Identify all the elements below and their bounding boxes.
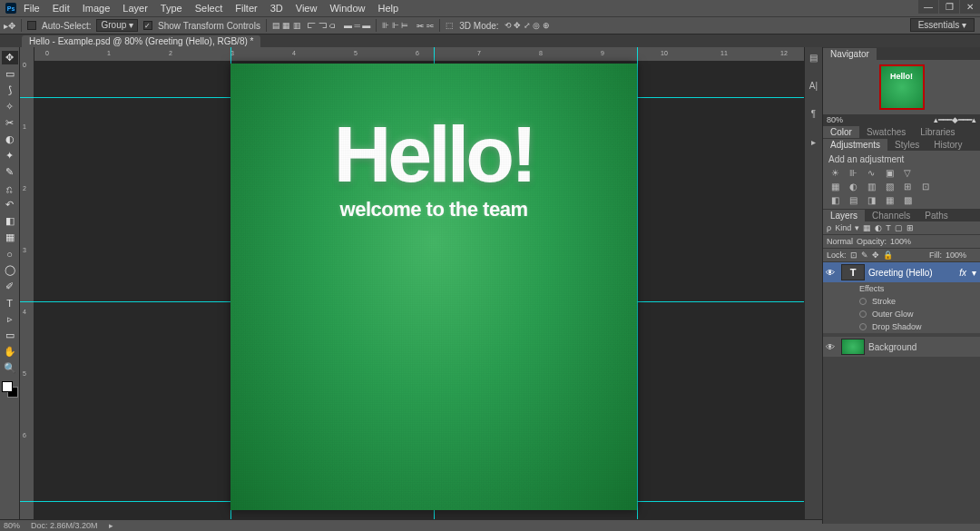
status-zoom[interactable]: 80% <box>4 521 20 530</box>
dodge-tool[interactable]: ◯ <box>2 263 18 277</box>
character-icon[interactable]: A| <box>809 81 818 91</box>
effect-drop-shadow[interactable]: Drop Shadow <box>823 320 980 333</box>
lock-transparent-icon[interactable]: ⊡ <box>850 251 858 260</box>
close-button[interactable]: ✕ <box>960 0 980 14</box>
adj-invert-icon[interactable]: ◧ <box>828 194 841 205</box>
tab-navigator[interactable]: Navigator <box>823 48 877 60</box>
tab-adjustments[interactable]: Adjustments <box>823 139 887 151</box>
adj-photo-icon[interactable]: ▧ <box>883 181 896 192</box>
crop-tool[interactable]: ✂ <box>2 116 18 130</box>
adj-vibrance-icon[interactable]: ▽ <box>901 167 914 178</box>
color-swatches[interactable] <box>2 381 18 398</box>
tab-paths[interactable]: Paths <box>917 210 956 221</box>
maximize-button[interactable]: ❐ <box>939 0 959 14</box>
workspace-switcher[interactable]: Essentials ▾ <box>910 18 975 32</box>
layer-visibility-icon[interactable]: 👁 <box>823 268 838 278</box>
wand-tool[interactable]: ✧ <box>2 100 18 113</box>
menu-3d[interactable]: 3D <box>270 3 283 14</box>
tab-history[interactable]: History <box>926 139 969 151</box>
fill-input[interactable]: 100% <box>946 251 976 260</box>
history-icon[interactable]: ▤ <box>809 53 818 63</box>
marquee-tool[interactable]: ▭ <box>2 67 18 81</box>
adj-exposure-icon[interactable]: ▣ <box>883 167 896 178</box>
adj-hue-icon[interactable]: ▦ <box>828 181 841 192</box>
tab-swatches[interactable]: Swatches <box>859 126 913 138</box>
adj-balance-icon[interactable]: ◐ <box>847 181 859 192</box>
adj-gradient-icon[interactable]: ▦ <box>883 194 896 205</box>
lock-image-icon[interactable]: ✎ <box>861 251 868 260</box>
navigator-slider[interactable]: ▴━━━◆━━━▴ <box>934 115 976 124</box>
menu-window[interactable]: Window <box>329 3 365 14</box>
fx-collapse-icon[interactable]: ▾ <box>972 268 980 278</box>
navigator-zoom[interactable]: 80% <box>827 115 843 124</box>
path-tool[interactable]: ▹ <box>2 312 18 326</box>
menu-help[interactable]: Help <box>378 3 399 14</box>
ruler-horizontal[interactable]: 0123456789101112 <box>34 47 804 62</box>
navigator-panel[interactable] <box>823 60 980 114</box>
eraser-tool[interactable]: ◧ <box>2 214 18 228</box>
lock-all-icon[interactable]: 🔒 <box>883 251 893 260</box>
3d-icon[interactable]: ⬚ <box>446 21 454 30</box>
document-tab[interactable]: Hello - Example.psd @ 80% (Greeting (Hel… <box>22 35 260 47</box>
effect-outer-glow[interactable]: Outer Glow <box>823 308 980 320</box>
status-arrow-icon[interactable]: ▸ <box>109 521 113 530</box>
menu-file[interactable]: File <box>24 3 40 14</box>
filter-smart-icon[interactable]: ⊞ <box>906 223 914 232</box>
lock-position-icon[interactable]: ✥ <box>872 251 879 260</box>
foreground-color[interactable] <box>2 381 13 392</box>
hand-tool[interactable]: ✋ <box>2 345 18 359</box>
zoom-tool[interactable]: 🔍 <box>2 361 18 375</box>
shape-tool[interactable]: ▭ <box>2 329 18 342</box>
document-canvas[interactable]: Hello! welcome to the team <box>230 64 637 510</box>
auto-select-target[interactable]: Group ▾ <box>96 19 138 32</box>
tab-color[interactable]: Color <box>823 126 859 138</box>
stamp-tool[interactable]: ⎌ <box>2 182 18 195</box>
menu-view[interactable]: View <box>296 3 318 14</box>
tab-libraries[interactable]: Libraries <box>913 126 962 138</box>
adj-levels-icon[interactable]: ⊪ <box>847 167 859 178</box>
layer-effects[interactable]: Effects <box>823 282 980 295</box>
pen-tool[interactable]: ✐ <box>2 280 18 293</box>
adj-selective-icon[interactable]: ▩ <box>901 194 914 205</box>
layer-background[interactable]: 👁 Background <box>823 337 980 357</box>
layer-visibility-icon[interactable]: 👁 <box>823 342 838 352</box>
filter-type-icon[interactable]: T <box>886 223 891 232</box>
filter-shape-icon[interactable]: ▢ <box>895 223 903 232</box>
effect-stroke[interactable]: Stroke <box>823 295 980 308</box>
tab-layers[interactable]: Layers <box>823 210 865 221</box>
adj-bw-icon[interactable]: ▥ <box>865 181 877 192</box>
menu-edit[interactable]: Edit <box>53 3 70 14</box>
layer-greeting[interactable]: 👁 T Greeting (Hello) fx ▾ <box>823 262 980 282</box>
adj-brightness-icon[interactable]: ☀ <box>828 167 841 178</box>
blend-mode[interactable]: Normal <box>827 237 853 246</box>
canvas-area[interactable]: 0123456789101112 0123456 Hello! welcome … <box>20 47 804 524</box>
blur-tool[interactable]: ○ <box>2 247 18 261</box>
show-transform-checkbox[interactable] <box>143 21 152 30</box>
filter-pixel-icon[interactable]: ▦ <box>863 223 871 232</box>
menu-select[interactable]: Select <box>195 3 223 14</box>
brush-tool[interactable]: ✎ <box>2 165 18 179</box>
adj-threshold-icon[interactable]: ◨ <box>865 194 877 205</box>
guide-v-right[interactable] <box>637 47 638 524</box>
navigator-thumbnail[interactable] <box>879 64 925 110</box>
auto-select-checkbox[interactable] <box>27 21 36 30</box>
lasso-tool[interactable]: ⟆ <box>2 84 18 97</box>
status-doc[interactable]: Doc: 2.86M/3.20M <box>31 521 98 530</box>
ruler-vertical[interactable]: 0123456 <box>20 47 34 524</box>
history-brush-tool[interactable]: ↶ <box>2 198 18 211</box>
eyedropper-tool[interactable]: ◐ <box>2 133 18 146</box>
adj-poster-icon[interactable]: ▤ <box>847 194 859 205</box>
minimize-button[interactable]: — <box>918 0 938 14</box>
adj-lookup-icon[interactable]: ⊡ <box>919 181 932 192</box>
adj-curves-icon[interactable]: ∿ <box>865 167 877 178</box>
tab-styles[interactable]: Styles <box>887 139 926 151</box>
menu-image[interactable]: Image <box>83 3 111 14</box>
menu-layer[interactable]: Layer <box>122 3 148 14</box>
actions-icon[interactable]: ▸ <box>811 137 816 147</box>
3d-mode-icons[interactable]: ⟲ ✥ ⤢ ◎ ⊕ <box>505 21 550 30</box>
distribute-icons[interactable]: ⊪ ⊩ ⊨ ⫘ ⫗ <box>382 21 434 30</box>
type-tool[interactable]: T <box>2 296 18 310</box>
gradient-tool[interactable]: ▦ <box>2 231 18 244</box>
align-icons[interactable]: ▤ ▦ ▥ ⫍ ⫎ ⫏ ▬ ═ ▬ <box>272 21 370 30</box>
filter-adjust-icon[interactable]: ◐ <box>875 223 882 232</box>
